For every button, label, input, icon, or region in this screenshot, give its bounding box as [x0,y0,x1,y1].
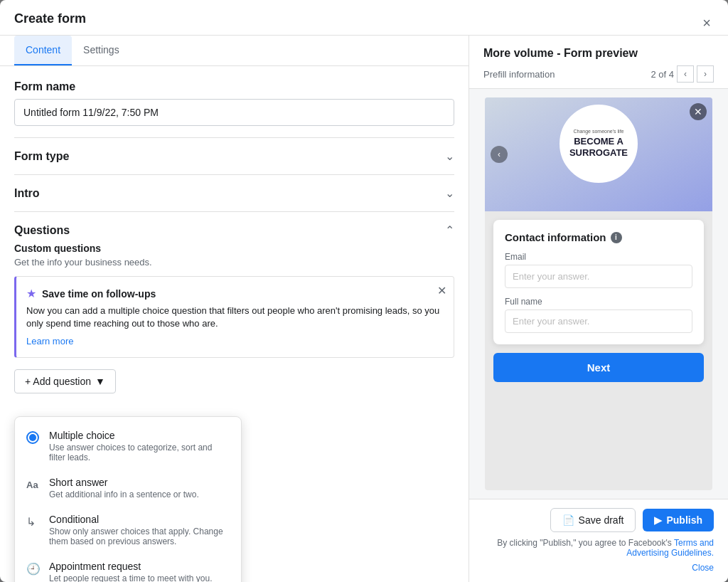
tip-close-button[interactable]: ✕ [437,284,446,297]
star-icon: ★ [26,287,36,300]
tip-text: Now you can add a multiple choice questi… [26,305,444,330]
publish-icon: ▶ [654,514,662,526]
bottom-actions: 📄 Save draft ▶ Publish [483,508,714,532]
form-type-label: Form type [14,150,69,163]
form-name-label: Form name [14,80,454,93]
dropdown-arrow-icon: ▼ [95,376,105,387]
add-question-button[interactable]: + Add question ▼ [14,369,116,393]
tip-box: ✕ ★ Save time on follow-ups Now you can … [14,276,454,358]
prefill-nav: 2 of 4 ‹ › [651,65,714,83]
multiple-choice-label: Multiple choice [49,430,230,441]
radio-icon [26,431,41,444]
create-form-modal: Create form × Content Settings [0,0,728,582]
save-icon: 📄 [562,514,574,526]
email-label: Email [505,252,692,262]
surrogate-circle: Change someone's life BECOME ASURROGATE [560,105,638,183]
surrogate-sub-text: Change someone's life [569,129,628,134]
prefill-label: Prefill information [483,69,555,80]
tip-learn-more-link[interactable]: Learn more [26,336,73,346]
clock-icon: 🕘 [26,562,41,576]
preview-back-button[interactable]: ‹ [491,146,508,163]
tab-content[interactable]: Content [14,36,72,65]
fullname-placeholder: Enter your answer. [505,309,692,333]
modal-body: Content Settings Form name Form type ⌄ [0,36,728,582]
contact-card: Contact information i Email Enter your a… [493,220,704,344]
left-panel: Content Settings Form name Form type ⌄ [0,36,469,582]
conditional-icon: ↳ [26,515,41,529]
conditional-label: Conditional [49,514,230,525]
custom-questions-label: Custom questions [14,243,454,254]
form-type-chevron-icon: ⌄ [445,149,454,163]
custom-questions-desc: Get the info your business needs. [14,257,454,268]
phone-screen: Change someone's life BECOME ASURROGATE … [485,97,712,490]
dropdown-menu-wrap: Multiple choice Use answer choices to ca… [0,413,469,582]
aa-icon: Aa [26,478,41,491]
modal-header: Create form × [0,0,728,36]
intro-label: Intro [14,187,40,200]
contact-title: Contact information i [505,231,692,243]
questions-section: Questions ⌃ Custom questions Get the inf… [14,211,454,393]
prefill-row: Prefill information 2 of 4 ‹ › [483,65,714,83]
publish-button[interactable]: ▶ Publish [643,509,714,531]
preview-prev-button[interactable]: ‹ [677,65,694,83]
bottom-bar: 📄 Save draft ▶ Publish By clicking "Publ… [469,499,728,582]
questions-label: Questions [14,224,70,237]
tip-header: ★ Save time on follow-ups [26,287,444,300]
close-link[interactable]: Close [692,563,714,573]
preview-title: More volume - Form preview [483,47,714,60]
phone-bg: Change someone's life BECOME ASURROGATE … [485,97,712,211]
preview-next-btn[interactable]: Next [493,353,704,382]
prefill-count: 2 of 4 [651,69,674,80]
questions-chevron-icon[interactable]: ⌃ [445,223,454,237]
tabs-bar: Content Settings [0,36,469,66]
conditional-desc: Show only answer choices that apply. Cha… [49,527,230,546]
modal-overlay: Create form × Content Settings [0,0,728,582]
preview-header: More volume - Form preview Prefill infor… [469,36,728,89]
dropdown-menu: Multiple choice Use answer choices to ca… [14,416,242,582]
phone-preview: Change someone's life BECOME ASURROGATE … [469,89,728,499]
save-draft-button[interactable]: 📄 Save draft [550,508,636,532]
dropdown-item-conditional[interactable]: ↳ Conditional Show only answer choices t… [15,507,241,554]
short-answer-desc: Get additional info in a sentence or two… [49,490,230,499]
dropdown-item-short-answer[interactable]: Aa Short answer Get additional info in a… [15,470,241,507]
questions-header: Questions ⌃ [14,223,454,237]
form-type-section[interactable]: Form type ⌄ [14,137,454,174]
intro-section[interactable]: Intro ⌄ [14,174,454,211]
tab-settings[interactable]: Settings [72,36,131,65]
fullname-label: Full name [505,297,692,307]
appointment-desc: Let people request a time to meet with y… [49,573,230,582]
short-answer-label: Short answer [49,477,230,488]
preview-close-button[interactable]: ✕ [690,103,707,120]
info-icon: i [611,232,622,243]
email-placeholder: Enter your answer. [505,265,692,288]
intro-chevron-icon: ⌄ [445,186,454,200]
modal-title: Create form [14,11,86,35]
left-content: Form name Form type ⌄ Intro ⌄ [0,66,469,408]
multiple-choice-desc: Use answer choices to categorize, sort a… [49,443,230,462]
dropdown-item-appointment[interactable]: 🕘 Appointment request Let people request… [15,554,241,582]
tip-title: Save time on follow-ups [42,288,156,300]
right-panel: More volume - Form preview Prefill infor… [469,36,728,582]
dropdown-item-multiple-choice[interactable]: Multiple choice Use answer choices to ca… [15,423,241,470]
terms-text: By clicking "Publish," you agree to Face… [483,538,714,558]
appointment-label: Appointment request [49,561,230,572]
form-name-input[interactable] [14,99,454,126]
surrogate-title-text: BECOME ASURROGATE [569,136,628,158]
modal-close-button[interactable]: × [700,12,714,34]
preview-next-button[interactable]: › [697,65,714,83]
